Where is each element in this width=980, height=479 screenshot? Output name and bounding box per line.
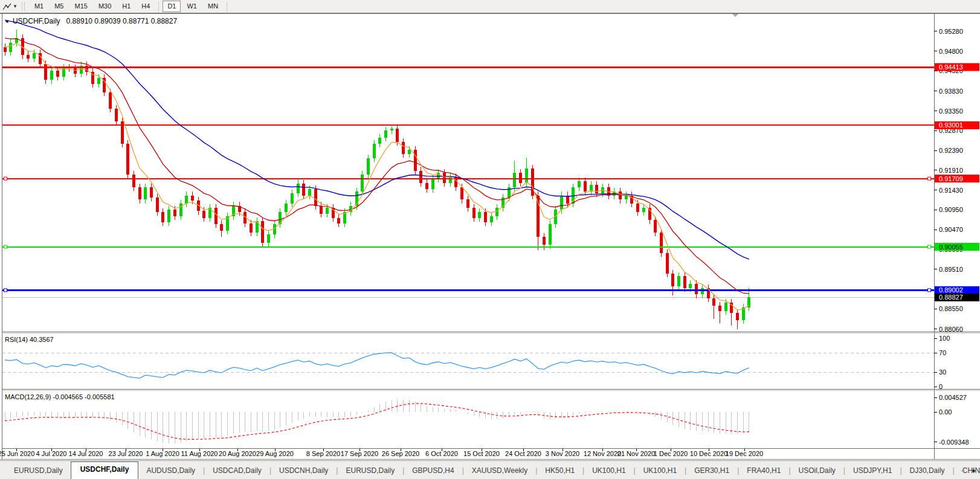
price-tick-label: 0.91430 (939, 187, 963, 194)
price-tick-label: 0.94800 (939, 48, 963, 55)
date-tick-label: 23 Jul 2020 (109, 450, 143, 457)
date-tick-label: 24 Oct 2020 (505, 450, 541, 457)
tab-gbpusd-h4[interactable]: GBPUSD,H4 (404, 463, 462, 479)
level-price-label: 0.93001 (939, 121, 963, 129)
line-studies-icon[interactable] (2, 2, 13, 11)
price-tick-label: 0.93830 (939, 88, 963, 95)
rsi-tick-label: 100 (939, 335, 950, 342)
price-tick-label: 0.95280 (939, 28, 963, 35)
rsi-tick-label: 30 (939, 368, 946, 376)
ma-medium-line (5, 38, 749, 294)
tab-usoil-daily[interactable]: USOil,Daily (791, 463, 843, 479)
macd-tick-label: 0.00 (939, 408, 952, 416)
tab-scroll-left-icon[interactable]: ◄ (960, 468, 965, 474)
sr-lines[interactable] (2, 67, 934, 292)
ma-slow-line (5, 20, 749, 259)
rsi-tick-label: 0 (939, 383, 943, 390)
price-tick-label: 0.93350 (939, 108, 963, 115)
date-tick-label: 3 Nov 2020 (546, 450, 579, 457)
level-price-label: 0.90055 (939, 243, 963, 251)
price-tick-label: 0.88060 (939, 326, 963, 333)
tab-hk50-h1[interactable]: HK50,H1 (537, 463, 582, 479)
price-tick-label: 0.90470 (939, 226, 963, 233)
macd-panel[interactable]: 0.0045270.00-0.009348 (934, 394, 969, 446)
tab-usdcad-daily[interactable]: USDCAD,Daily (205, 463, 269, 479)
tab-audusd-daily[interactable]: AUDUSD,Daily (138, 463, 203, 479)
rsi-line (5, 353, 749, 378)
timeframe-buttons: M1M5M15M30H1H4D1W1MN (29, 1, 230, 12)
tf-button-m30[interactable]: M30 (94, 1, 116, 12)
scroll-end-marker-icon (732, 14, 738, 17)
toolbar-separator (158, 2, 159, 11)
ohlc-values: 0.88910 0.89039 0.88771 0.88827 (66, 17, 178, 25)
tf-button-m1[interactable]: M1 (30, 1, 48, 12)
toolbar-separator (227, 2, 227, 11)
tf-button-m5[interactable]: M5 (50, 1, 68, 12)
date-tick-label: 1 Dec 2020 (654, 450, 688, 457)
tab-eurusd-daily[interactable]: EURUSD,Daily (338, 463, 402, 479)
tab-uk100-h1[interactable]: UK100,H1 (584, 463, 633, 479)
date-tick-label: 14 Jul 2020 (69, 450, 103, 457)
level-price-label: 0.89002 (939, 286, 963, 294)
date-tick-label: 10 Dec 2020 (690, 450, 727, 457)
macd-histogram (5, 399, 749, 443)
tab-uk100-h1[interactable]: UK100,H1 (636, 463, 685, 479)
tab-eurusd-daily[interactable]: EURUSD,Daily (6, 463, 71, 479)
current-price-label: 0.88827 (939, 294, 963, 301)
time-axis[interactable]: 25 Jun 20204 Jul 202014 Jul 202023 Jul 2… (0, 449, 763, 457)
date-tick-label: 19 Dec 2020 (726, 450, 763, 457)
chart-title: ◄ USDCHF,Daily 0.88910 0.89039 0.88771 0… (4, 17, 177, 25)
date-tick-label: 29 Aug 2020 (256, 450, 294, 457)
rsi-tick-label: 70 (939, 349, 946, 356)
chart-marker-icon: ◄ (4, 19, 9, 24)
toolbar-grip[interactable] (22, 2, 25, 11)
date-tick-label: 6 Oct 2020 (425, 450, 458, 457)
candles-layer (4, 30, 751, 329)
chart-canvas[interactable]: 0.952800.948000.943200.938300.933500.928… (0, 0, 980, 479)
tf-button-w1[interactable]: W1 (182, 1, 202, 12)
tab-usdjpy-h1[interactable]: USDJPY,H1 (845, 463, 900, 479)
macd-tick-label: 0.004527 (939, 394, 967, 401)
level-price-label: 0.91709 (939, 175, 963, 182)
date-tick-label: 21 Nov 2020 (617, 450, 655, 457)
date-tick-label: 17 Sep 2020 (341, 450, 378, 457)
price-tick-label: 0.92390 (939, 147, 963, 154)
tf-button-h1[interactable]: H1 (117, 1, 135, 12)
chart-tab-bar: EURUSD,DailyUSDCHF,DailyAUDUSD,Daily|USD… (0, 460, 980, 479)
macd-label: MACD(12,26,9) -0.004565 -0.005581 (5, 393, 115, 400)
date-tick-label: 12 Nov 2020 (584, 450, 621, 457)
date-tick-label: 8 Sep 2020 (306, 450, 340, 457)
panel-frames (0, 14, 980, 460)
date-tick-label: 26 Sep 2020 (382, 450, 419, 457)
price-tick-label: 0.89510 (939, 266, 963, 273)
mt4-window: ▼ M1M5M15M30H1H4D1W1MN 0.952800.948000.9… (0, 0, 980, 479)
tab-ger30-h1[interactable]: GER30,H1 (686, 463, 737, 479)
tf-button-m15[interactable]: M15 (69, 1, 92, 12)
date-tick-label: 11 Aug 2020 (181, 450, 218, 457)
toolbar: ▼ M1M5M15M30H1H4D1W1MN (0, 0, 980, 13)
date-tick-label: 4 Jul 2020 (36, 450, 67, 457)
tab-fra40-h1[interactable]: FRA40,H1 (739, 463, 788, 479)
date-tick-label: 15 Oct 2020 (463, 450, 500, 457)
rsi-label: RSI(14) 40.3567 (5, 336, 54, 343)
macd-tick-label: -0.009348 (939, 439, 969, 446)
tab-xauusd-weekly[interactable]: XAUUSD,Weekly (464, 463, 535, 479)
tab-dj30-daily[interactable]: DJ30,Daily (902, 463, 953, 479)
ma-fast-line (5, 43, 749, 310)
tab-usdcnh-daily[interactable]: USDCNH,Daily (271, 463, 336, 479)
tab-usdchf-daily[interactable]: USDCHF,Daily (71, 461, 139, 479)
date-tick-label: 1 Aug 2020 (146, 450, 179, 457)
tf-button-d1[interactable]: D1 (163, 1, 181, 12)
tf-button-mn[interactable]: MN (203, 1, 223, 12)
date-tick-label: 25 Jun 2020 (0, 450, 34, 457)
date-tick-label: 20 Aug 2020 (219, 450, 256, 457)
rsi-panel[interactable]: 10070300 (2, 335, 950, 390)
price-tick-label: 0.88550 (939, 305, 963, 312)
symbol-title: USDCHF,Daily (13, 17, 60, 25)
level-price-label: 0.94413 (939, 63, 963, 71)
tf-button-h4[interactable]: H4 (137, 1, 155, 12)
tab-scroll-arrows: ◄ ► (955, 468, 977, 474)
dropdown-caret-icon[interactable]: ▼ (13, 4, 18, 9)
price-tick-label: 0.91910 (939, 167, 963, 174)
tab-scroll-right-icon[interactable]: ► (972, 468, 977, 474)
